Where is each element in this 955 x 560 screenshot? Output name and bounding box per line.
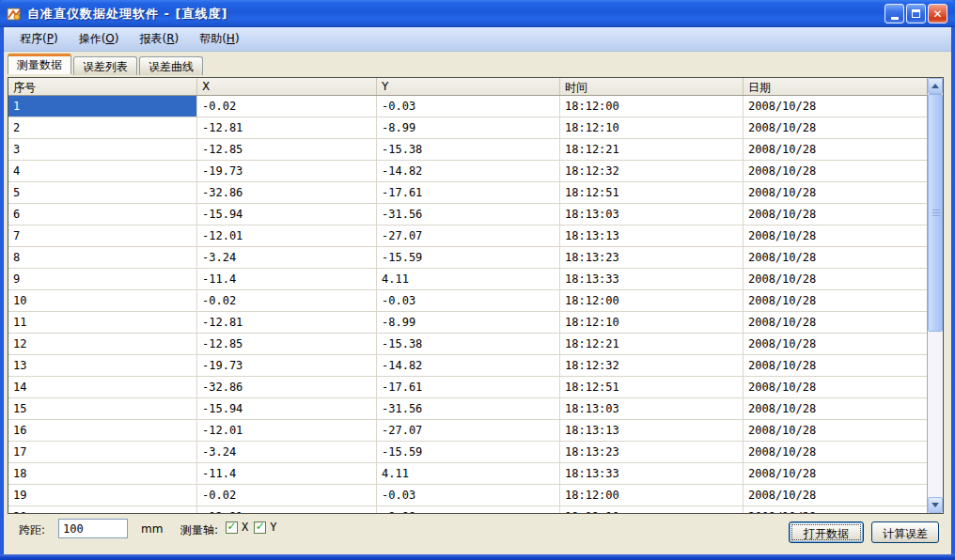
table-cell[interactable]: -32.86 [197, 182, 377, 203]
table-cell[interactable]: 1 [8, 96, 197, 117]
table-cell[interactable]: 13 [8, 355, 197, 376]
table-cell[interactable]: 2008/10/28 [744, 139, 927, 160]
table-cell[interactable]: -11.4 [197, 269, 377, 289]
table-cell[interactable]: 18:13:03 [560, 204, 744, 225]
menu-item-help[interactable]: 帮助(H) [191, 28, 247, 50]
table-cell[interactable]: -32.86 [197, 377, 377, 397]
table-cell[interactable]: -12.85 [197, 139, 377, 160]
table-row[interactable]: 19-0.02-0.0318:12:002008/10/28 [8, 485, 927, 506]
column-header-time[interactable]: 时间 [560, 78, 744, 95]
table-cell[interactable]: 18:12:10 [560, 312, 744, 333]
axis-y-checkbox[interactable]: ✓ Y [254, 521, 276, 534]
span-input[interactable] [58, 519, 128, 538]
table-cell[interactable]: 5 [8, 182, 197, 203]
table-cell[interactable]: 18:12:51 [560, 182, 744, 203]
table-cell[interactable]: 18:13:23 [560, 442, 744, 462]
table-row[interactable]: 9-11.44.1118:13:332008/10/28 [8, 269, 927, 290]
close-button[interactable]: ✕ [928, 4, 947, 23]
table-cell[interactable]: 2008/10/28 [744, 204, 927, 225]
table-cell[interactable]: -8.99 [377, 312, 560, 333]
table-cell[interactable]: 2008/10/28 [744, 96, 927, 117]
table-cell[interactable]: 12 [8, 334, 197, 354]
menu-item-program[interactable]: 程序(P) [11, 28, 67, 50]
table-cell[interactable]: -0.03 [377, 290, 560, 311]
column-header-y[interactable]: Y [377, 78, 560, 95]
table-cell[interactable]: 20 [8, 506, 197, 513]
table-cell[interactable]: 15 [8, 398, 197, 419]
table-row[interactable]: 1-0.02-0.0318:12:002008/10/28 [8, 96, 927, 117]
table-cell[interactable]: 4.11 [377, 463, 560, 484]
table-row[interactable]: 4-19.73-14.8218:12:322008/10/28 [8, 161, 927, 182]
table-cell[interactable]: -12.81 [197, 506, 377, 513]
minimize-button[interactable] [885, 4, 904, 23]
scroll-down-button[interactable] [928, 497, 943, 513]
table-cell[interactable]: -15.94 [197, 398, 377, 419]
tab-error-curve[interactable]: 误差曲线 [139, 56, 203, 75]
table-cell[interactable]: -3.24 [197, 247, 377, 268]
table-row[interactable]: 20-12.81-8.9918:12:102008/10/28 [8, 506, 927, 513]
table-cell[interactable]: 2008/10/28 [744, 290, 927, 311]
table-cell[interactable]: 2008/10/28 [744, 420, 927, 441]
table-cell[interactable]: 18:12:21 [560, 139, 744, 160]
tab-measure-data[interactable]: 测量数据 [8, 54, 71, 74]
table-cell[interactable]: -19.73 [197, 355, 377, 376]
table-cell[interactable]: 18:12:00 [560, 96, 744, 117]
table-cell[interactable]: 7 [8, 226, 197, 246]
table-row[interactable]: 16-12.01-27.0718:13:132008/10/28 [8, 420, 927, 442]
table-cell[interactable]: 18:12:10 [560, 117, 744, 138]
table-row[interactable]: 10-0.02-0.0318:12:002008/10/28 [8, 290, 927, 312]
table-cell[interactable]: 8 [8, 247, 197, 268]
maximize-button[interactable] [906, 4, 926, 23]
table-cell[interactable]: -17.61 [377, 377, 560, 397]
table-cell[interactable]: 10 [8, 290, 197, 311]
tab-error-list[interactable]: 误差列表 [73, 56, 137, 75]
table-cell[interactable]: 2008/10/28 [744, 269, 927, 289]
table-cell[interactable]: 18:13:13 [560, 420, 744, 441]
table-cell[interactable]: 2008/10/28 [744, 377, 927, 397]
table-cell[interactable]: -14.82 [377, 161, 560, 181]
table-cell[interactable]: -31.56 [377, 398, 560, 419]
table-row[interactable]: 15-15.94-31.5618:13:032008/10/28 [8, 398, 927, 420]
table-cell[interactable]: 2008/10/28 [744, 355, 927, 376]
scrollbar-thumb[interactable] [928, 94, 943, 332]
table-cell[interactable]: -12.81 [197, 312, 377, 333]
table-cell[interactable]: -0.03 [377, 96, 560, 117]
open-data-button[interactable]: 打开数据 [789, 521, 864, 543]
table-cell[interactable]: -0.02 [197, 96, 377, 117]
column-header-index[interactable]: 序号 [8, 78, 197, 95]
table-cell[interactable]: -12.01 [197, 420, 377, 441]
table-row[interactable]: 6-15.94-31.5618:13:032008/10/28 [8, 204, 927, 226]
table-cell[interactable]: 14 [8, 377, 197, 397]
table-cell[interactable]: 18:13:33 [560, 269, 744, 289]
table-cell[interactable]: -0.02 [197, 485, 377, 506]
scroll-up-button[interactable] [928, 78, 943, 94]
table-cell[interactable]: 18:13:13 [560, 226, 744, 246]
table-cell[interactable]: 18:12:21 [560, 334, 744, 354]
table-cell[interactable]: -14.82 [377, 355, 560, 376]
table-cell[interactable]: 18 [8, 463, 197, 484]
table-cell[interactable]: -0.03 [377, 485, 560, 506]
table-cell[interactable]: -8.99 [377, 117, 560, 138]
menu-item-operate[interactable]: 操作(O) [70, 28, 128, 50]
table-cell[interactable]: -27.07 [377, 420, 560, 441]
table-cell[interactable]: -19.73 [197, 161, 377, 181]
table-cell[interactable]: 18:12:51 [560, 377, 744, 397]
table-cell[interactable]: 16 [8, 420, 197, 441]
table-cell[interactable]: 11 [8, 312, 197, 333]
table-row[interactable]: 14-32.86-17.6118:12:512008/10/28 [8, 377, 927, 398]
table-cell[interactable]: 2008/10/28 [744, 312, 927, 333]
calc-error-button[interactable]: 计算误差 [871, 521, 939, 543]
table-cell[interactable]: 2008/10/28 [744, 463, 927, 484]
table-cell[interactable]: 2008/10/28 [744, 247, 927, 268]
table-cell[interactable]: 18:13:23 [560, 247, 744, 268]
table-row[interactable]: 7-12.01-27.0718:13:132008/10/28 [8, 226, 927, 247]
table-cell[interactable]: -15.94 [197, 204, 377, 225]
table-cell[interactable]: -17.61 [377, 182, 560, 203]
table-cell[interactable]: 3 [8, 139, 197, 160]
table-cell[interactable]: -11.4 [197, 463, 377, 484]
table-row[interactable]: 11-12.81-8.9918:12:102008/10/28 [8, 312, 927, 334]
table-cell[interactable]: 2008/10/28 [744, 398, 927, 419]
table-cell[interactable]: 2008/10/28 [744, 161, 927, 181]
table-row[interactable]: 12-12.85-15.3818:12:212008/10/28 [8, 334, 927, 355]
table-cell[interactable]: 2008/10/28 [744, 117, 927, 138]
